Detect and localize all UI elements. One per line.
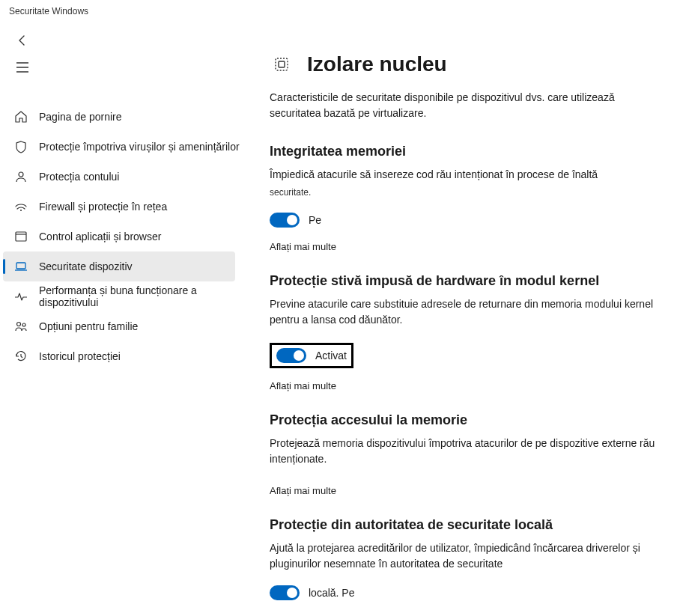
sidebar-item-label: Performanța și buna funcționare a dispoz… bbox=[39, 284, 247, 308]
sidebar-item-appbrowser[interactable]: Control aplicații și browser bbox=[0, 222, 247, 251]
sidebar-item-account[interactable]: Protecția contului bbox=[0, 162, 247, 192]
sidebar-item-history[interactable]: Istoricul protecției bbox=[0, 341, 247, 371]
people-icon bbox=[13, 319, 28, 334]
sidebar-item-label: Control aplicații și browser bbox=[39, 231, 161, 243]
highlighted-toggle-box: Activat bbox=[270, 343, 353, 368]
svg-point-5 bbox=[22, 323, 25, 326]
svg-rect-7 bbox=[279, 61, 285, 67]
sidebar-item-label: Securitate dispozitiv bbox=[39, 260, 133, 272]
svg-rect-2 bbox=[16, 232, 26, 241]
section-title: Protecția accesului la memorie bbox=[270, 412, 659, 428]
sidebar-item-firewall[interactable]: Firewall și protecție în rețea bbox=[0, 192, 247, 222]
section-memory-integrity: Integritatea memoriei Împiedică atacuril… bbox=[270, 144, 659, 252]
history-icon bbox=[13, 349, 28, 364]
svg-point-0 bbox=[19, 172, 23, 177]
laptop-icon bbox=[13, 259, 28, 274]
section-description-cont: securitate. bbox=[270, 187, 659, 198]
section-title: Protecție din autoritatea de securitate … bbox=[270, 517, 659, 533]
network-icon bbox=[13, 199, 28, 214]
sidebar-item-performance[interactable]: Performanța și buna funcționare a dispoz… bbox=[0, 281, 247, 311]
kernel-stack-toggle[interactable] bbox=[276, 348, 306, 363]
learn-more-link[interactable]: Aflați mai multe bbox=[270, 380, 336, 391]
hamburger-icon bbox=[16, 62, 28, 73]
section-description: Împiedică atacurile să insereze cod rău … bbox=[270, 167, 659, 183]
home-icon bbox=[13, 109, 28, 124]
sidebar-item-virus[interactable]: Protecție împotriva virușilor și ameninț… bbox=[0, 132, 247, 162]
toggle-label: locală. Pe bbox=[309, 587, 354, 599]
window-title: Securitate Windows bbox=[0, 0, 677, 22]
section-lsa: Protecție din autoritatea de securitate … bbox=[270, 517, 659, 616]
sidebar-item-label: Firewall și protecție în rețea bbox=[39, 201, 167, 213]
memory-integrity-toggle[interactable] bbox=[270, 213, 300, 228]
main-content: Izolare nucleu Caracteristicile de secur… bbox=[247, 22, 677, 616]
svg-rect-6 bbox=[276, 58, 288, 70]
section-kernel-stack: Protecție stivă impusă de hardware în mo… bbox=[270, 273, 659, 391]
sidebar-item-family[interactable]: Opțiuni pentru familie bbox=[0, 311, 247, 341]
sidebar: Pagina de pornire Protecție împotriva vi… bbox=[0, 22, 247, 616]
window-icon bbox=[13, 229, 28, 244]
back-button[interactable] bbox=[7, 27, 37, 54]
sidebar-item-label: Protecție împotriva virușilor și ameninț… bbox=[39, 141, 240, 153]
section-memory-access: Protecția accesului la memorie Protejeaz… bbox=[270, 412, 659, 496]
toggle-label: Pe bbox=[309, 214, 321, 226]
sidebar-item-label: Pagina de pornire bbox=[39, 111, 122, 123]
chip-icon bbox=[270, 52, 294, 76]
sidebar-item-label: Protecția contului bbox=[39, 171, 119, 183]
learn-more-link[interactable]: Aflați mai multe bbox=[270, 485, 336, 496]
section-title: Protecție stivă impusă de hardware în mo… bbox=[270, 273, 659, 289]
lsa-toggle[interactable] bbox=[270, 585, 300, 600]
person-icon bbox=[13, 169, 28, 184]
sidebar-item-label: Istoricul protecției bbox=[39, 350, 121, 362]
section-description: Ajută la protejarea acreditărilor de uti… bbox=[270, 540, 659, 572]
hamburger-button[interactable] bbox=[7, 54, 37, 81]
back-arrow-icon bbox=[16, 34, 28, 46]
svg-point-4 bbox=[17, 323, 21, 326]
section-description: Previne atacurile care substituie adrese… bbox=[270, 296, 659, 328]
page-description: Caracteristicile de securitate disponibi… bbox=[270, 90, 659, 121]
svg-point-1 bbox=[20, 210, 22, 211]
shield-icon bbox=[13, 139, 28, 154]
learn-more-link[interactable]: Aflați mai multe bbox=[270, 241, 336, 252]
section-description: Protejează memoria dispozitivului împotr… bbox=[270, 436, 659, 467]
heart-rate-icon bbox=[13, 289, 28, 304]
sidebar-item-label: Opțiuni pentru familie bbox=[39, 320, 138, 332]
sidebar-item-home[interactable]: Pagina de pornire bbox=[0, 102, 247, 132]
sidebar-item-device[interactable]: Securitate dispozitiv bbox=[3, 251, 235, 281]
section-title: Integritatea memoriei bbox=[270, 144, 659, 159]
toggle-label: Activat bbox=[315, 350, 347, 362]
page-title: Izolare nucleu bbox=[307, 52, 447, 76]
svg-rect-3 bbox=[16, 263, 25, 269]
